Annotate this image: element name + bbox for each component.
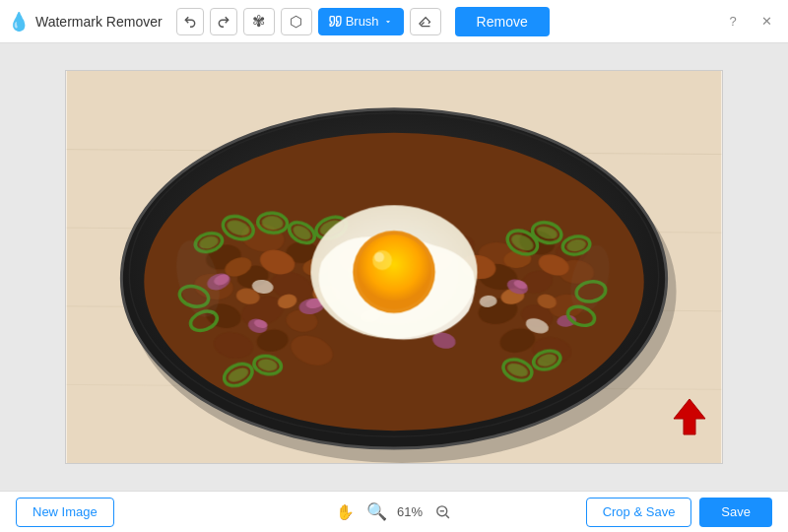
redo-button[interactable]: [210, 8, 237, 35]
hand-icon: ✋: [336, 503, 355, 521]
zoom-in-button[interactable]: 🔍: [365, 500, 389, 524]
svg-point-99: [374, 252, 384, 262]
brush-tool-button[interactable]: Brush: [318, 8, 404, 35]
zoom-controls: ✋ 🔍 61%: [334, 500, 454, 524]
title-bar: 💧 Watermark Remover ✾ ⬡ Brush Remove ? ✕: [0, 0, 788, 43]
app-title: Watermark Remover: [35, 14, 163, 30]
save-button[interactable]: Save: [699, 498, 772, 527]
polygon-tool-button[interactable]: ⬡: [281, 8, 312, 35]
zoom-out-button[interactable]: [430, 500, 454, 524]
hand-tool-button[interactable]: ✋: [334, 500, 358, 524]
image-display[interactable]: [65, 70, 723, 464]
window-controls: ? ✕: [719, 8, 780, 35]
main-canvas-area: [0, 43, 788, 491]
zoom-in-icon: 🔍: [366, 501, 387, 522]
new-image-button[interactable]: New Image: [16, 498, 114, 527]
svg-point-97: [357, 234, 431, 309]
remove-button[interactable]: Remove: [455, 7, 550, 36]
undo-button[interactable]: [176, 8, 204, 35]
crop-save-button[interactable]: Crop & Save: [586, 498, 692, 527]
app-logo-icon: 💧: [8, 11, 30, 33]
zoom-out-icon: [434, 503, 451, 520]
eraser-tool-button[interactable]: [410, 8, 441, 35]
zoom-level-label: 61%: [397, 504, 423, 519]
help-button[interactable]: ?: [719, 8, 747, 35]
bottom-toolbar: New Image ✋ 🔍 61% Crop & Save Save: [0, 491, 788, 532]
svg-line-105: [445, 515, 448, 518]
brush-label: Brush: [346, 14, 379, 29]
lasso-tool-button[interactable]: ✾: [243, 8, 275, 35]
bottom-right-buttons: Crop & Save Save: [586, 498, 772, 527]
close-button[interactable]: ✕: [753, 8, 780, 35]
food-image: [66, 71, 722, 463]
